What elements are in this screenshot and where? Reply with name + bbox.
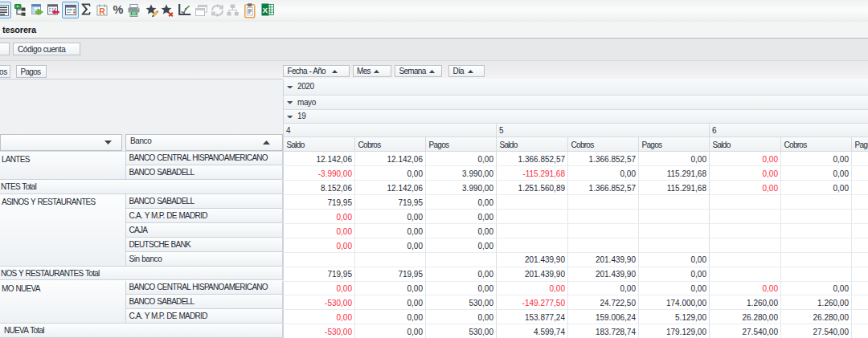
- svg-text:R: R: [99, 6, 105, 15]
- svg-text:X: X: [262, 6, 268, 14]
